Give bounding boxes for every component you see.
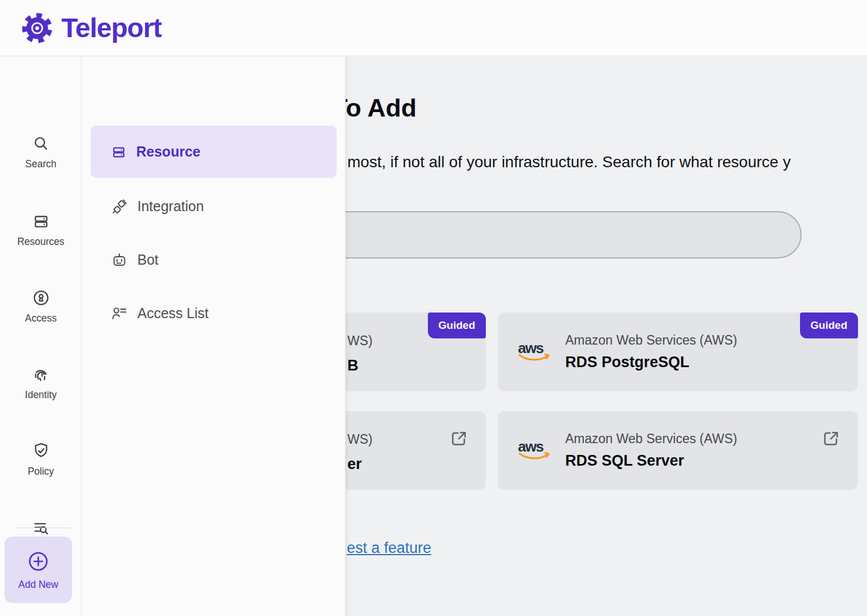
- card-title-fragment: er: [347, 456, 362, 473]
- page-title: To Add: [346, 93, 417, 123]
- card-title: RDS PostgreSQL: [565, 354, 737, 371]
- user-list-icon: [110, 305, 128, 323]
- robot-icon: [110, 251, 128, 269]
- sidebar-add-new-button[interactable]: Add New: [5, 537, 72, 603]
- aws-logo: aws: [518, 439, 550, 461]
- flyout-item-resource[interactable]: Resource: [91, 126, 337, 178]
- brand-logo[interactable]: Teleport: [21, 12, 162, 44]
- plus-circle-icon: [26, 549, 51, 574]
- resource-card-rds-postgresql[interactable]: aws Amazon Web Services (AWS) RDS Postgr…: [498, 313, 858, 391]
- flyout-item-label: Bot: [137, 252, 159, 268]
- sidebar-item-label: Policy: [28, 466, 54, 477]
- flyout-item-integration[interactable]: Integration: [91, 180, 337, 233]
- card-title: RDS SQL Server: [565, 452, 737, 470]
- card-subtitle: Amazon Web Services (AWS): [565, 333, 737, 348]
- sidebar-item-label: Search: [25, 158, 56, 170]
- card-subtitle-fragment: WS): [347, 432, 373, 447]
- sidebar-item-search[interactable]: Search: [0, 134, 82, 170]
- servers-icon: [110, 144, 127, 160]
- keyhole-lock-icon: [32, 288, 51, 307]
- sidebar-item-label: Identity: [25, 389, 56, 401]
- card-title-fragment: B: [347, 357, 359, 374]
- sidebar-item-identity[interactable]: Identity: [0, 365, 82, 401]
- guided-badge: Guided: [428, 313, 486, 338]
- flyout-item-label: Access List: [137, 305, 208, 322]
- flyout-item-label: Integration: [137, 198, 204, 215]
- servers-icon: [32, 212, 51, 231]
- add-new-flyout: Add New Resource Integration Bot: [82, 56, 346, 616]
- sidebar-item-access[interactable]: Access: [0, 288, 82, 324]
- sidebar: Search Resources Access Identity: [0, 56, 82, 616]
- fingerprint-icon: [32, 365, 51, 384]
- teleport-gear-icon: [21, 12, 53, 44]
- sidebar-divider: [15, 528, 71, 528]
- flyout-item-label: Resource: [136, 144, 200, 160]
- sidebar-item-label: Resources: [17, 236, 65, 248]
- shield-check-icon: [32, 441, 51, 461]
- search-icon: [32, 134, 51, 153]
- brand-name: Teleport: [61, 12, 162, 43]
- external-link-icon: [821, 429, 841, 448]
- card-subtitle-fragment: WS): [347, 333, 373, 349]
- resource-card-rds-sql-server[interactable]: aws Amazon Web Services (AWS) RDS SQL Se…: [498, 411, 858, 490]
- main-content: To Add most, if not all of your infrastr…: [346, 56, 867, 616]
- request-feature-link[interactable]: est a feature: [347, 539, 431, 557]
- flyout-item-access-list[interactable]: Access List: [91, 287, 337, 340]
- card-subtitle: Amazon Web Services (AWS): [565, 431, 737, 447]
- external-link-icon: [449, 429, 468, 448]
- aws-logo: aws: [518, 341, 550, 362]
- sidebar-item-policy[interactable]: Policy: [0, 441, 82, 477]
- plug-icon: [110, 198, 128, 216]
- guided-badge: Guided: [800, 313, 858, 338]
- sidebar-item-resources[interactable]: Resources: [0, 212, 82, 248]
- resource-card-partial[interactable]: WS) er: [346, 411, 486, 490]
- sidebar-item-label: Access: [25, 313, 56, 324]
- topbar: Teleport: [0, 0, 867, 56]
- resource-card-partial[interactable]: WS) B Guided: [346, 313, 486, 391]
- intro-text: most, if not all of your infrastructure.…: [347, 153, 790, 171]
- resource-search-input[interactable]: [346, 211, 802, 258]
- add-new-label: Add New: [18, 579, 58, 591]
- flyout-item-bot[interactable]: Bot: [91, 234, 337, 286]
